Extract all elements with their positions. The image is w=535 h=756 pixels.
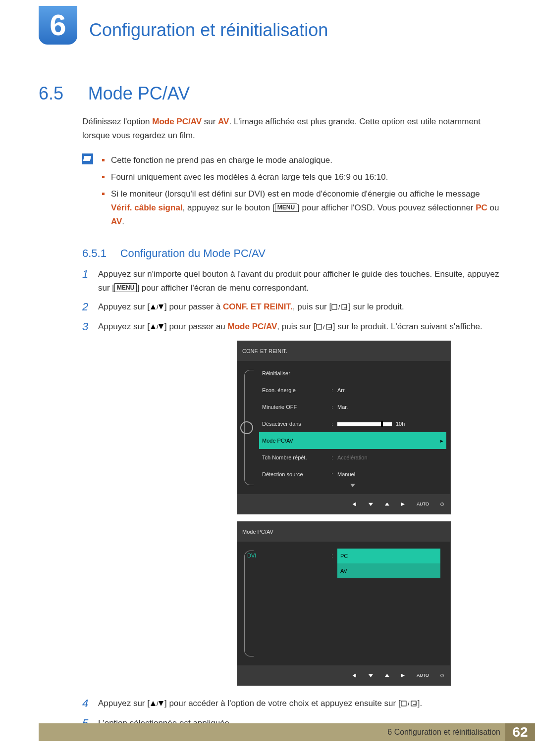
step-item: 1 Appuyez sur n'importe quel bouton à l'… [82,267,499,295]
section-number: 6.5 [39,87,86,101]
up-down-icon: / [150,321,164,335]
svg-rect-13 [355,503,356,506]
svg-marker-8 [159,324,163,329]
enter-icon: / [401,698,418,711]
step-item: 3 Appuyez sur [/] pour passer au Mode PC… [82,320,499,686]
power-icon [440,497,444,511]
osd-label-dvi: DVI [247,549,331,578]
chapter-badge: 6 [39,6,77,45]
up-down-icon: / [150,301,164,315]
chapter-title: Configuration et réinitialisation [89,20,328,41]
svg-text:/: / [157,304,159,310]
svg-marker-15 [384,503,389,505]
nav-play-icon [400,668,406,682]
osd-row-selected: Mode PC/AV▸ [259,432,446,449]
intro-paragraph: Définissez l'option Mode PC/AV sur AV. L… [82,115,499,143]
subsection-title: Configuration du Mode PC/AV [120,247,266,259]
footer-text: 6 Configuration et réinitialisation [39,723,505,741]
nav-up-icon [384,668,390,682]
nav-back-icon [352,497,357,511]
section-title: Mode PC/AV [88,83,190,103]
svg-text:/: / [408,701,410,707]
nav-play-icon [400,497,406,511]
nav-back-icon [352,668,357,682]
nav-auto-label: AUTO [417,497,429,511]
svg-marker-14 [369,503,373,506]
step-item: 2 Appuyez sur [/] pour passer à CONF. ET… [82,300,499,315]
svg-marker-0 [151,304,156,309]
step-item: 4 Appuyez sur [/] pour accéder à l'optio… [82,697,499,711]
svg-marker-28 [159,701,163,706]
subsection-number: 6.5.1 [82,247,118,260]
svg-rect-29 [401,701,406,706]
subsection-heading: 6.5.1 Configuration du Mode PC/AV [82,247,499,261]
svg-text:/: / [157,701,159,707]
note-item: Si le moniteur (lorsqu'il est défini sur… [102,187,499,229]
svg-rect-3 [332,304,337,309]
osd-nav-bar: AUTO [237,494,450,514]
svg-marker-6 [151,324,156,329]
svg-marker-21 [369,674,373,677]
chevron-down-icon [350,484,355,487]
step-list: 1 Appuyez sur n'importe quel bouton à l'… [82,267,499,730]
svg-marker-22 [384,674,389,677]
svg-marker-12 [353,503,355,506]
osd-title: Mode PC/AV [237,522,450,542]
osd-nav-bar: AUTO [237,665,450,685]
enter-icon: / [316,321,333,335]
svg-text:/: / [323,324,325,330]
osd-title: CONF. ET REINIT. [237,341,450,361]
gear-icon [240,421,253,434]
svg-rect-9 [317,324,321,329]
enter-icon: / [331,301,348,315]
power-icon [440,668,444,682]
menu-button-icon: MENU [275,203,297,212]
note-list: Cette fonction ne prend pas en charge le… [102,153,499,229]
menu-button-icon: MENU [114,283,137,292]
svg-marker-16 [401,503,405,506]
up-down-icon: / [150,698,164,711]
nav-auto-label: AUTO [417,668,429,682]
osd-option: AV [337,563,440,578]
svg-marker-2 [159,304,163,309]
svg-text:/: / [157,324,159,330]
note-icon [82,153,93,164]
page-footer: 6 Configuration et réinitialisation 62 [39,723,535,741]
nav-down-icon [368,497,374,511]
nav-down-icon [368,668,374,682]
section-heading: 6.5 Mode PC/AV [39,87,499,104]
svg-rect-31 [411,701,416,706]
osd-screenshot-conf: CONF. ET REINIT. Réinitialiser Econ. éne… [237,341,451,514]
osd-screenshot-mode: Mode PC/AV DVI: PC AV [237,521,451,686]
osd-option-selected: PC [337,549,440,563]
note-item: Cette fonction ne prend pas en charge le… [102,153,499,167]
svg-marker-19 [353,674,355,677]
note-item: Fourni uniquement avec les modèles à écr… [102,170,499,184]
svg-marker-23 [401,674,405,677]
svg-text:/: / [338,304,340,310]
svg-rect-11 [326,324,331,329]
page-number: 62 [505,723,535,741]
svg-rect-5 [342,304,347,309]
svg-rect-20 [355,674,356,677]
nav-up-icon [384,497,390,511]
svg-marker-26 [151,701,156,706]
